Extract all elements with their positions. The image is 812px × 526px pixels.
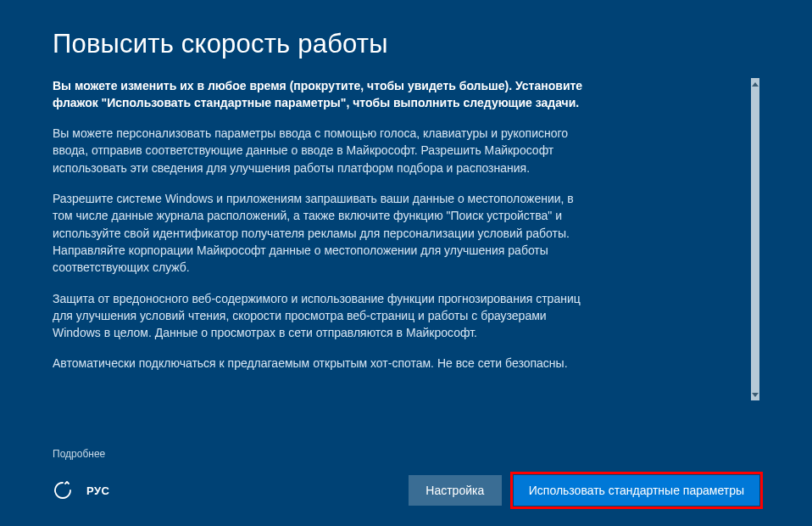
learn-more-link[interactable]: Подробнее bbox=[53, 448, 759, 460]
scroll-down-button[interactable] bbox=[751, 389, 759, 400]
ease-of-access-area: РУС bbox=[53, 480, 109, 501]
paragraph-1: Вы можете персонализовать параметры ввод… bbox=[53, 125, 595, 176]
action-buttons: Настройка Использовать стандартные парам… bbox=[409, 475, 759, 506]
ease-of-access-icon[interactable] bbox=[53, 480, 73, 501]
scroll-area: Вы можете изменить их в любое время (про… bbox=[53, 78, 759, 441]
vertical-scrollbar[interactable] bbox=[751, 78, 759, 400]
paragraph-2: Разрешите системе Windows и приложениям … bbox=[53, 190, 595, 276]
footer-bar: РУС Настройка Использовать стандартные п… bbox=[53, 475, 759, 506]
scroll-up-button[interactable] bbox=[751, 78, 759, 90]
chevron-down-icon bbox=[752, 393, 759, 397]
chevron-up-icon bbox=[752, 82, 759, 87]
use-express-settings-button[interactable]: Использовать стандартные параметры bbox=[514, 475, 759, 506]
language-indicator[interactable]: РУС bbox=[86, 484, 109, 497]
intro-text: Вы можете изменить их в любое время (про… bbox=[53, 78, 603, 111]
content-panel: Вы можете изменить их в любое время (про… bbox=[53, 78, 751, 441]
page-title: Повысить скорость работы bbox=[53, 29, 759, 59]
paragraph-4: Автоматически подключаться к предлагаемы… bbox=[53, 355, 595, 372]
paragraph-3: Защита от вредоносного веб-содержимого и… bbox=[53, 290, 595, 342]
customize-button[interactable]: Настройка bbox=[409, 475, 502, 506]
oobe-express-settings-page: Повысить скорость работы Вы можете измен… bbox=[0, 0, 812, 526]
